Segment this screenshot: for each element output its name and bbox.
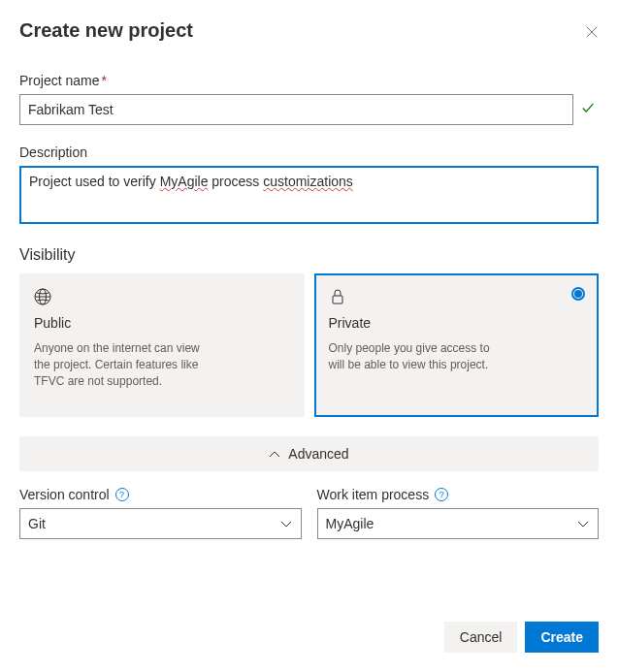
visibility-label: Visibility: [19, 246, 599, 264]
project-name-label: Project name*: [19, 73, 599, 88]
page-title: Create new project: [19, 19, 193, 42]
visibility-card-private[interactable]: Private Only people you give access to w…: [314, 273, 600, 417]
work-item-process-label: Work item process: [317, 487, 430, 502]
advanced-toggle[interactable]: Advanced: [19, 436, 599, 471]
project-name-label-text: Project name: [19, 73, 99, 88]
globe-icon: [34, 288, 51, 305]
version-control-select[interactable]: Git: [19, 508, 302, 539]
close-button[interactable]: [583, 23, 599, 39]
svg-rect-5: [333, 296, 342, 304]
public-description: Anyone on the internet can view the proj…: [34, 340, 209, 389]
cancel-button[interactable]: Cancel: [444, 622, 518, 653]
required-asterisk: *: [101, 73, 106, 88]
work-item-process-value: MyAgile: [326, 516, 374, 531]
close-icon: [585, 25, 599, 39]
description-label: Description: [19, 144, 599, 160]
project-name-input[interactable]: [19, 94, 573, 125]
description-textarea[interactable]: [19, 166, 599, 224]
version-control-value: Git: [28, 516, 46, 531]
help-icon[interactable]: ?: [435, 488, 448, 501]
advanced-label: Advanced: [288, 446, 348, 462]
chevron-up-icon: [269, 446, 280, 462]
help-icon[interactable]: ?: [115, 488, 129, 501]
private-title: Private: [329, 315, 585, 331]
private-description: Only people you give access to will be a…: [329, 340, 504, 373]
create-button[interactable]: Create: [525, 622, 599, 653]
public-title: Public: [34, 315, 290, 331]
lock-icon: [329, 288, 346, 305]
work-item-process-select[interactable]: MyAgile: [317, 508, 600, 539]
radio-selected-icon: [571, 287, 585, 301]
visibility-card-public[interactable]: Public Anyone on the internet can view t…: [19, 273, 305, 417]
check-icon: [581, 102, 595, 118]
version-control-label: Version control: [19, 487, 110, 502]
